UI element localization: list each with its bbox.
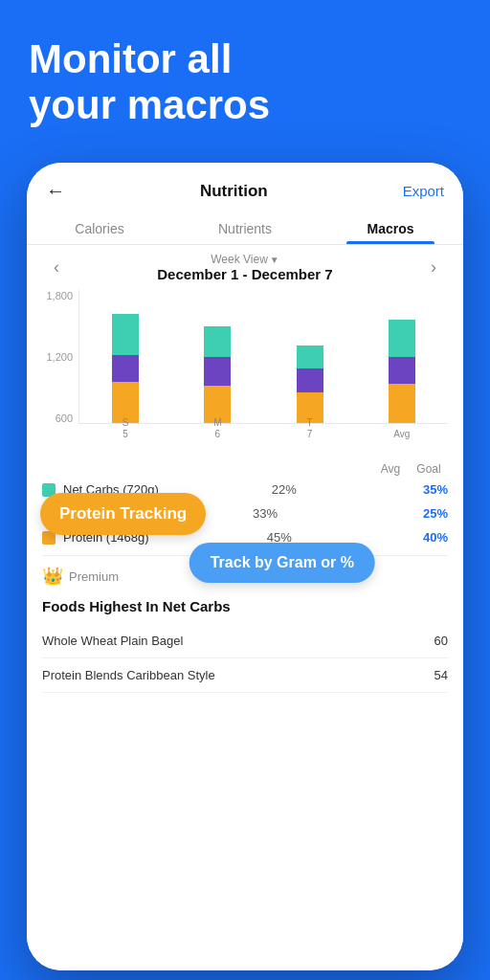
chart-callouts-area: Carb Tracking Fat Tracking 1,800 1,200 6… [27, 286, 463, 592]
next-week-button[interactable]: › [419, 257, 448, 278]
foods-title: Foods Highest In Net Carbs [42, 598, 448, 614]
premium-label: Premium [69, 569, 119, 584]
bar-label-1: M6 [213, 417, 221, 440]
tab-calories[interactable]: Calories [27, 212, 172, 244]
headline-line1: Monitor all [29, 36, 461, 82]
carb-segment-0 [112, 314, 139, 355]
bar-label-2: T7 [307, 417, 313, 440]
foods-section: Foods Highest In Net Carbs Whole Wheat P… [27, 592, 463, 970]
carb-segment-1 [204, 326, 231, 357]
tab-bar: Calories Nutrients Macros [27, 212, 463, 245]
legend-goal-header: Goal [410, 462, 448, 476]
food-row-1: Protein Blends Caribbean Style 54 [42, 658, 448, 693]
food-row-0: Whole Wheat Plain Bagel 60 [42, 624, 448, 658]
premium-crown-icon: 👑 [42, 566, 63, 587]
legend-avg-1: 33% [246, 506, 284, 521]
bar-stack-3 [389, 320, 415, 423]
bar-group-3: Avg [387, 290, 417, 423]
y-axis-labels: 1,800 1,200 600 [42, 290, 78, 424]
headline-line2: your macros [29, 82, 461, 128]
phone-mockup: ← Nutrition Export Calories Nutrients Ma… [27, 163, 463, 970]
fat-segment-3 [389, 357, 415, 384]
nav-header: ← Nutrition Export [27, 163, 463, 212]
y-label-1200: 1,200 [46, 351, 73, 363]
fat-segment-2 [297, 368, 323, 392]
fat-segment-0 [112, 355, 139, 382]
tab-nutrients[interactable]: Nutrients [172, 212, 318, 244]
legend-goal-0: 35% [410, 482, 448, 497]
protein-tracking-callout: Protein Tracking [40, 493, 206, 535]
food-name-0: Whole Wheat Plain Bagel [42, 634, 183, 648]
tab-macros[interactable]: Macros [318, 212, 463, 244]
bar-group-1: M6 [202, 290, 233, 423]
y-label-600: 600 [56, 412, 73, 424]
bar-label-3: Avg [393, 429, 410, 440]
headline: Monitor all your macros [0, 0, 490, 148]
week-date-range: December 1 - December 7 [157, 266, 332, 282]
track-by-gram-callout: Track by Gram or % [189, 543, 375, 583]
week-view-dropdown[interactable]: Week View ▼ [211, 253, 279, 266]
bar-label-0: S5 [122, 417, 129, 440]
nav-title: Nutrition [200, 182, 268, 201]
bar-group-2: T7 [295, 290, 325, 423]
bar-stack-0 [112, 314, 139, 423]
carb-segment-2 [297, 345, 323, 368]
bar-stack-2 [297, 345, 323, 423]
food-rows: Whole Wheat Plain Bagel 60 Protein Blend… [42, 624, 448, 693]
bar-chart: 1,800 1,200 600 S5M6T7Avg [42, 290, 448, 443]
bars-area: S5M6T7Avg [78, 290, 448, 424]
chart-area: 1,800 1,200 600 S5M6T7Avg [27, 286, 463, 451]
carb-segment-3 [389, 320, 415, 357]
prev-week-button[interactable]: ‹ [42, 257, 71, 278]
food-value-0: 60 [434, 634, 448, 648]
phone-inner: ← Nutrition Export Calories Nutrients Ma… [27, 163, 463, 970]
legend-avg-0: 22% [265, 482, 303, 497]
y-label-1800: 1,800 [46, 290, 73, 301]
dropdown-chevron-icon: ▼ [270, 255, 279, 265]
legend-goal-1: 25% [410, 506, 448, 521]
legend-goal-2: 40% [410, 530, 448, 545]
export-button[interactable]: Export [403, 183, 444, 199]
legend-avg-header: Avg [371, 462, 410, 476]
protein-segment-3 [389, 384, 415, 423]
week-selector: ‹ Week View ▼ December 1 - December 7 › [27, 245, 463, 286]
fat-segment-1 [204, 357, 231, 386]
legend-header: Avg Goal [42, 460, 448, 478]
bar-stack-1 [204, 326, 231, 423]
back-button[interactable]: ← [46, 180, 65, 202]
food-value-1: 54 [434, 668, 448, 682]
food-name-1: Protein Blends Caribbean Style [42, 668, 215, 682]
bar-group-0: S5 [110, 290, 141, 423]
